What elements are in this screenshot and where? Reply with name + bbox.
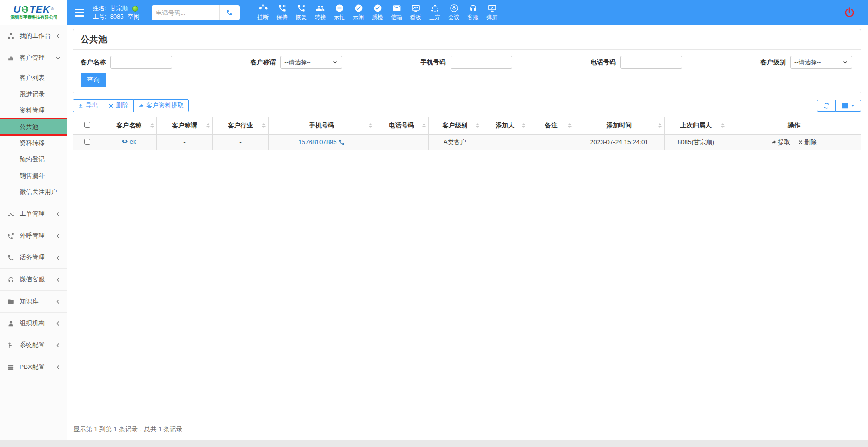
phone-resume-icon: [297, 4, 306, 13]
col-adder[interactable]: 添加人: [482, 117, 528, 134]
power-icon: [844, 7, 855, 18]
grid-icon: [841, 102, 848, 109]
action-resume[interactable]: 恢复: [292, 4, 311, 21]
col-added-time[interactable]: 添加时间: [574, 117, 665, 134]
sidebar-item-customer-list[interactable]: 客户列表: [0, 70, 67, 86]
sidebar-item-system-config[interactable]: 系统配置: [0, 334, 67, 356]
sidebar-item-outbound-management[interactable]: 外呼管理: [0, 225, 67, 247]
delete-button[interactable]: 删除: [103, 99, 134, 112]
col-phone[interactable]: 电话号码: [375, 117, 428, 134]
sidebar-item-data-management[interactable]: 资料管理: [0, 102, 67, 119]
customer-salutation-label: 客户称谓: [250, 58, 276, 67]
col-industry[interactable]: 客户行业: [212, 117, 268, 134]
chevron-left-icon: [54, 298, 61, 305]
action-show-idle[interactable]: 示闲: [349, 4, 368, 21]
agent-id: 8085: [110, 13, 124, 21]
sidebar-item-organization[interactable]: 组织机构: [0, 313, 67, 334]
row-delete-button[interactable]: 删除: [798, 138, 817, 147]
action-transfer[interactable]: 转接: [311, 4, 330, 21]
caret-down-icon: [850, 103, 855, 108]
logout-button[interactable]: [844, 7, 855, 18]
mobile-call-link[interactable]: 15768107895: [298, 139, 345, 146]
mobile-cell: 15768107895: [269, 134, 375, 150]
phone-number-search-input[interactable]: [620, 56, 682, 69]
chevron-left-icon: [54, 320, 61, 327]
action-screen-popup[interactable]: 弹屏: [483, 4, 502, 21]
customer-level-select[interactable]: --请选择--: [790, 56, 852, 69]
dial-button[interactable]: [219, 5, 240, 20]
check-circle-icon: [373, 4, 382, 13]
sidebar-item-data-transfer[interactable]: 资料转移: [0, 135, 67, 151]
chevron-down-icon: [842, 60, 848, 65]
phone-number-label: 电话号码: [591, 58, 616, 67]
x-icon: [108, 103, 114, 109]
customer-management-submenu: 客户列表 跟进记录 资料管理 公共池 资料转移 预约登记 销售漏斗 微信关注用户: [0, 69, 67, 203]
row-checkbox[interactable]: [84, 139, 90, 145]
phone-icon: [7, 254, 14, 261]
sidebar-item-knowledge-base[interactable]: 知识库: [0, 291, 67, 313]
company-name: 深圳市宇泰科技有限公司: [10, 14, 57, 20]
sidebar-item-sales-funnel[interactable]: 销售漏斗: [0, 167, 67, 184]
remark-cell: [528, 134, 574, 150]
chevron-left-icon: [54, 254, 61, 261]
query-button[interactable]: 查询: [81, 73, 106, 87]
action-hangup[interactable]: 挂断: [254, 4, 273, 21]
outbound-call-icon: [7, 233, 14, 240]
table-row: ek - - 15768107895 A类客户 2023-0: [73, 134, 861, 150]
sort-icon: [476, 121, 479, 130]
export-button[interactable]: 导出: [73, 99, 103, 112]
sort-icon: [422, 121, 426, 130]
col-last-owner[interactable]: 上次归属人: [665, 117, 727, 134]
col-mobile[interactable]: 手机号码: [269, 117, 375, 134]
agent-id-label: 工号:: [93, 13, 107, 21]
col-remark[interactable]: 备注: [528, 117, 574, 134]
mobile-number-input[interactable]: [451, 56, 512, 69]
logo-text-left: U: [13, 5, 21, 14]
agent-name: 甘宗顺: [110, 4, 128, 13]
sidebar-item-followup-records[interactable]: 跟进记录: [0, 86, 67, 102]
chevron-left-icon: [54, 364, 61, 371]
action-show-busy[interactable]: 示忙: [330, 4, 349, 21]
action-hold[interactable]: 保持: [273, 4, 292, 21]
registered-mark: ®: [51, 5, 54, 14]
action-mailbox[interactable]: 信箱: [387, 4, 406, 21]
action-conference[interactable]: 会议: [444, 4, 464, 21]
customer-name-link[interactable]: ek: [121, 138, 136, 145]
sidebar-item-my-workspace[interactable]: 我的工作台: [0, 25, 67, 47]
action-customer-service[interactable]: 客服: [464, 4, 483, 21]
upload-icon: [78, 103, 84, 109]
action-dashboard[interactable]: 看板: [406, 4, 425, 21]
mic-icon: [450, 4, 458, 13]
customer-salutation-select[interactable]: --请选择--: [280, 56, 342, 69]
columns-button[interactable]: [835, 100, 861, 112]
action-quality-check[interactable]: 质检: [368, 4, 387, 21]
chevron-down-icon: [332, 60, 338, 65]
sidebar-item-wechat-service[interactable]: 微信客服: [0, 269, 67, 291]
agent-name-label: 姓名:: [93, 4, 107, 13]
sidebar-item-work-orders[interactable]: 工单管理: [0, 203, 67, 225]
phone-number-input[interactable]: [152, 5, 219, 20]
col-level[interactable]: 客户级别: [428, 117, 482, 134]
row-extract-button[interactable]: 提取: [771, 138, 790, 147]
sidebar-item-customer-management[interactable]: 客户管理: [0, 47, 67, 69]
sort-icon: [568, 121, 572, 130]
sidebar-item-pbx-config[interactable]: PBX配置: [0, 356, 67, 378]
extract-customer-data-button[interactable]: 客户资料提取: [133, 99, 189, 112]
sidebar-item-wechat-followers[interactable]: 微信关注用户: [0, 184, 67, 200]
action-three-way[interactable]: 三方: [425, 4, 444, 21]
dashboard-icon: [411, 4, 420, 13]
sidebar-item-public-pool[interactable]: 公共池: [0, 119, 67, 135]
sidebar-item-appointment-registration[interactable]: 预约登记: [0, 151, 67, 167]
col-customer-name[interactable]: 客户名称: [101, 117, 156, 134]
customer-name-input[interactable]: [110, 56, 172, 69]
sort-icon: [658, 121, 662, 130]
sidebar: 我的工作台 客户管理 客户列表 跟进记录 资料管理 公共池 资料转移 预约登记 …: [0, 25, 67, 440]
refresh-button[interactable]: [817, 100, 836, 112]
eye-icon: [121, 138, 128, 145]
select-all-checkbox[interactable]: [84, 122, 90, 128]
hamburger-menu-icon[interactable]: [75, 7, 84, 19]
sidebar-item-telephony-management[interactable]: 话务管理: [0, 247, 67, 269]
col-salutation[interactable]: 客户称谓: [156, 117, 212, 134]
sort-icon: [262, 121, 266, 130]
share-arrow-icon: [771, 140, 777, 145]
